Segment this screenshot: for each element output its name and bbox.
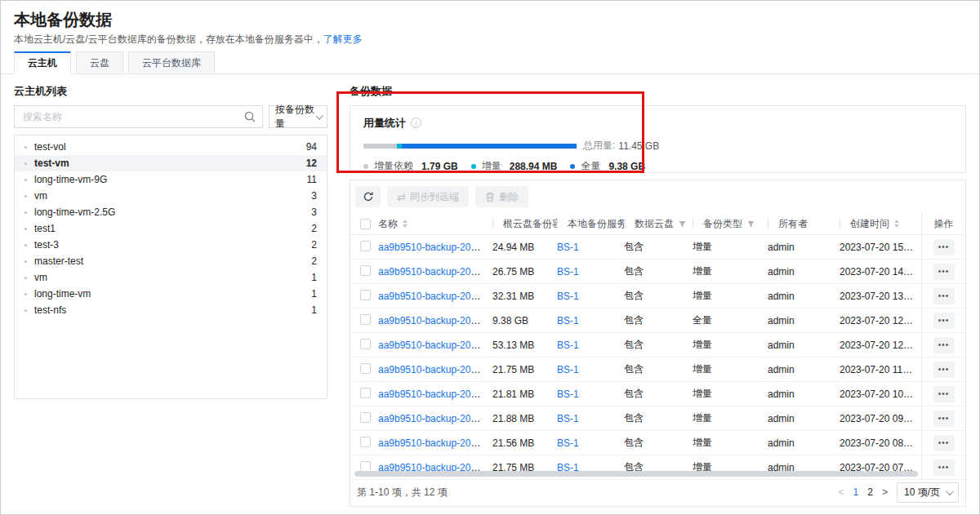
row-actions-button[interactable]: ••• bbox=[933, 435, 955, 451]
backup-name-link[interactable]: aa9b9510-backup-2023-07-... bbox=[378, 413, 492, 424]
row-checkbox[interactable] bbox=[360, 241, 371, 251]
page-size-select[interactable]: 10 项/页 bbox=[897, 482, 959, 503]
backup-size-cell: 26.75 MB bbox=[492, 266, 557, 277]
trash-icon bbox=[485, 192, 495, 202]
backup-name-link[interactable]: aa9b9510-backup-2023-07-... bbox=[378, 437, 492, 449]
backup-type-cell: 增量 bbox=[693, 264, 768, 278]
row-checkbox-cell bbox=[350, 314, 378, 327]
horizontal-scrollbar[interactable] bbox=[354, 471, 918, 477]
sync-remote-button[interactable]: ⇄ 同步到远端 bbox=[387, 186, 469, 207]
backup-name-link[interactable]: aa9b9510-backup-2023-07-... bbox=[378, 266, 492, 277]
select-all-checkbox[interactable] bbox=[360, 219, 371, 229]
vm-list-item[interactable]: test-vol 94 bbox=[15, 139, 327, 155]
vm-list-item[interactable]: long-time-vm-2.5G 3 bbox=[15, 204, 327, 220]
backup-server-link[interactable]: BS-1 bbox=[557, 291, 579, 302]
sort-dropdown[interactable]: 按备份数量 bbox=[269, 105, 327, 128]
row-checkbox[interactable] bbox=[360, 265, 371, 276]
row-checkbox[interactable] bbox=[360, 461, 371, 472]
page-number[interactable]: 2 bbox=[867, 486, 873, 498]
row-checkbox[interactable] bbox=[360, 412, 371, 423]
row-actions-button[interactable]: ••• bbox=[933, 313, 955, 329]
row-actions-button[interactable]: ••• bbox=[933, 337, 955, 353]
row-checkbox[interactable] bbox=[360, 363, 371, 374]
backup-size-cell: 21.81 MB bbox=[492, 388, 557, 400]
bullet-icon bbox=[24, 293, 27, 295]
tab-database[interactable]: 云平台数据库 bbox=[128, 51, 215, 74]
data-volume-cell: 包含 bbox=[624, 436, 693, 450]
backup-type-cell: 增量 bbox=[693, 436, 768, 450]
vm-list-item[interactable]: test-3 2 bbox=[15, 237, 327, 253]
vm-list-item[interactable]: vm 1 bbox=[15, 269, 327, 286]
backup-name-link[interactable]: aa9b9510-backup-2023-07-... bbox=[378, 242, 492, 253]
row-checkbox[interactable] bbox=[360, 339, 371, 349]
table-body: aa9b9510-backup-2023-07-... 24.94 MB BS-… bbox=[350, 235, 965, 480]
row-checkbox[interactable] bbox=[360, 314, 371, 325]
chevron-down-icon bbox=[316, 112, 323, 119]
pagination-summary: 第 1-10 项，共 12 项 bbox=[357, 486, 448, 499]
vm-list-item[interactable]: long-time-vm-9G 11 bbox=[15, 171, 327, 188]
tab-vm[interactable]: 云主机 bbox=[14, 51, 71, 74]
row-actions-button[interactable]: ••• bbox=[933, 288, 955, 304]
col-data-volume[interactable]: 数据云盘 bbox=[624, 213, 693, 234]
row-actions-button[interactable]: ••• bbox=[933, 362, 955, 378]
row-checkbox-cell bbox=[350, 265, 378, 278]
search-row: 按备份数量 bbox=[14, 105, 327, 128]
refresh-button[interactable] bbox=[355, 186, 381, 207]
tab-volume[interactable]: 云盘 bbox=[76, 51, 123, 74]
col-size[interactable]: 根云盘备份容量 bbox=[492, 213, 557, 234]
backup-server-link[interactable]: BS-1 bbox=[557, 340, 579, 351]
prev-page-arrow[interactable]: < bbox=[839, 486, 844, 498]
backup-name-link[interactable]: aa9b9510-backup-2023-07-... bbox=[378, 315, 492, 326]
row-checkbox[interactable] bbox=[360, 290, 371, 300]
backup-server-link[interactable]: BS-1 bbox=[557, 266, 579, 277]
owner-cell: admin bbox=[768, 242, 840, 253]
vm-backup-count: 2 bbox=[311, 255, 317, 267]
backup-size-cell: 32.31 MB bbox=[492, 291, 557, 302]
vm-list-item[interactable]: master-test 2 bbox=[15, 253, 327, 269]
vm-name: test-3 bbox=[34, 239, 59, 251]
backup-name-link[interactable]: aa9b9510-backup-2023-07-... bbox=[378, 364, 492, 375]
backup-server-link[interactable]: BS-1 bbox=[557, 364, 579, 375]
vm-list-item[interactable]: long-time-vm 1 bbox=[15, 286, 327, 302]
vm-list-item[interactable]: test-vm 12 bbox=[15, 155, 327, 171]
row-actions-button[interactable]: ••• bbox=[933, 239, 955, 255]
backup-server-link[interactable]: BS-1 bbox=[557, 437, 579, 449]
row-actions-button[interactable]: ••• bbox=[933, 460, 955, 476]
col-name[interactable]: 名称 bbox=[378, 213, 492, 234]
col-created[interactable]: 创建时间 bbox=[840, 213, 921, 234]
row-actions-button[interactable]: ••• bbox=[933, 411, 955, 427]
vm-list-item[interactable]: vm 3 bbox=[15, 188, 327, 204]
usage-bar bbox=[363, 144, 577, 149]
row-checkbox[interactable] bbox=[360, 437, 371, 447]
backup-server-link[interactable]: BS-1 bbox=[557, 388, 579, 400]
col-type[interactable]: 备份类型 bbox=[693, 213, 768, 234]
legend-item: 增量 288.94 MB bbox=[471, 159, 558, 173]
backup-server-link[interactable]: BS-1 bbox=[557, 242, 579, 253]
backup-server-cell: BS-1 bbox=[557, 340, 624, 351]
delete-button[interactable]: 删除 bbox=[475, 186, 528, 207]
owner-cell: admin bbox=[768, 413, 840, 424]
vm-list-item[interactable]: test-nfs 1 bbox=[15, 302, 327, 318]
data-volume-cell: 包含 bbox=[624, 387, 693, 401]
usage-bar-row: 总用量: 11.45 GB bbox=[363, 139, 952, 153]
backup-server-link[interactable]: BS-1 bbox=[557, 315, 579, 326]
data-volume-cell: 包含 bbox=[624, 240, 693, 254]
row-actions-button[interactable]: ••• bbox=[933, 386, 955, 402]
info-icon[interactable]: i bbox=[411, 118, 421, 128]
vm-name: vm bbox=[34, 190, 47, 202]
usage-total-label: 总用量: bbox=[583, 139, 615, 153]
search-input[interactable] bbox=[14, 105, 263, 128]
backup-name-link[interactable]: aa9b9510-backup-2023-07-... bbox=[378, 291, 492, 302]
backup-name-link[interactable]: aa9b9510-backup-2023-07-... bbox=[378, 388, 492, 400]
row-checkbox[interactable] bbox=[360, 388, 371, 398]
backup-server-link[interactable]: BS-1 bbox=[557, 413, 579, 424]
actions-cell: ••• bbox=[921, 284, 965, 308]
page-number[interactable]: 1 bbox=[853, 486, 859, 498]
backup-title: 备份数据 bbox=[350, 84, 966, 99]
backup-name-link[interactable]: aa9b9510-backup-2023-07-... bbox=[378, 340, 492, 351]
next-page-arrow[interactable]: > bbox=[882, 486, 888, 498]
vm-list-item[interactable]: test1 2 bbox=[15, 220, 327, 237]
row-actions-button[interactable]: ••• bbox=[933, 264, 955, 280]
learn-more-link[interactable]: 了解更多 bbox=[323, 33, 363, 45]
legend-dot-icon bbox=[363, 164, 368, 169]
